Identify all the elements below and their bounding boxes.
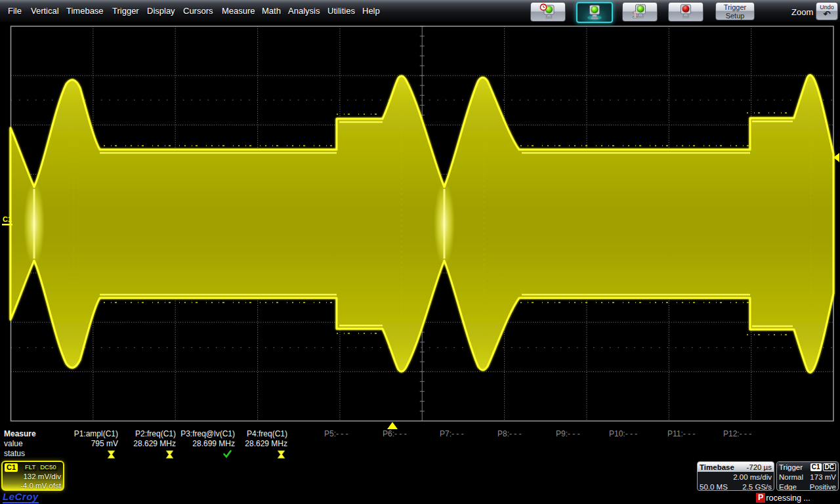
measure-p2-value: 28.629 MHz [122, 439, 176, 448]
timebase-delay: -720 µs [746, 463, 772, 471]
measure-p4-value: 28.629 MHz [231, 439, 287, 448]
measure-p12-label[interactable]: P12:- - - [723, 429, 751, 438]
measure-p2-label[interactable]: P2:freq(C1) [122, 429, 176, 438]
measure-p3-value: 28.699 MHz [172, 439, 235, 448]
trigger-title: Trigger [779, 463, 803, 471]
oscilloscope-screen: File Vertical Timebase Trigger Display C… [0, 0, 840, 504]
timebase-samples: 50.0 MS [700, 483, 728, 491]
waist-glow-center [434, 182, 455, 266]
trigger-source-badge: C1 [810, 463, 822, 471]
channel-offset-value: -4.0 mV ofst [5, 481, 61, 490]
trigger-mode: Normal [779, 473, 803, 481]
measure-title: Measure [4, 429, 36, 438]
trigger-coupling-badge: DC [823, 463, 836, 471]
waveform-display: C1 [0, 0, 840, 504]
channel-name-badge: C1 [5, 463, 18, 472]
timebase-scale: 2.00 ms/div [733, 473, 772, 481]
timebase-title: Timebase [700, 463, 734, 471]
trigger-level: 173 mV [810, 473, 836, 481]
p3-status-check-icon [223, 450, 232, 458]
channel-filter-badge: FLT [24, 463, 37, 471]
measure-value-label: value [4, 439, 23, 448]
trigger-time-marker[interactable] [387, 422, 398, 429]
measure-p9-label[interactable]: P9:- - - [556, 429, 580, 438]
trigger-slope: Positive [810, 483, 836, 491]
measure-p7-label[interactable]: P7:- - - [440, 429, 464, 438]
measure-p4-label[interactable]: P4:freq(C1) [231, 429, 287, 438]
waveform-envelope [10, 75, 833, 373]
measure-p5-label[interactable]: P5:- - - [324, 429, 348, 438]
channel-c1-descriptor[interactable]: C1 FLT DC50 132 mV/div -4.0 mV ofst [1, 461, 64, 491]
p1-status-hourglass-icon [107, 450, 116, 459]
measure-p8-label[interactable]: P8:- - - [497, 429, 522, 438]
trigger-type: Edge [779, 483, 797, 491]
trigger-descriptor[interactable]: Trigger C1 DC Normal 173 mV Edge Positiv… [776, 461, 839, 491]
channel-coupling-badge: DC50 [39, 463, 57, 471]
processing-indicator-badge: P [756, 493, 765, 503]
processing-status: P rocessing ... [756, 493, 810, 503]
measure-p3-label[interactable]: P3:freq@lv(C1) [172, 429, 235, 438]
channel-offset-label[interactable]: C1 [3, 215, 12, 223]
channel-offset-underline [2, 224, 12, 226]
measure-p1-label[interactable]: P1:ampl(C1) [64, 429, 118, 438]
timebase-descriptor[interactable]: Timebase -720 µs 2.00 ms/div 50.0 MS 2.5… [697, 461, 774, 491]
timebase-rate: 2.5 GS/s [742, 483, 772, 491]
measure-p1-value: 795 mV [64, 439, 118, 448]
channel-volts-per-div: 132 mV/div [5, 472, 61, 481]
measure-status-label: status [4, 449, 25, 458]
measure-p6-label[interactable]: P6:- - - [383, 429, 407, 438]
p4-status-hourglass-icon [277, 450, 285, 459]
processing-text: rocessing ... [766, 494, 810, 503]
measure-p11-label[interactable]: P11:- - - [667, 429, 695, 438]
p2-status-hourglass-icon [165, 450, 174, 459]
waist-glow-left [24, 182, 45, 266]
measure-p10-label[interactable]: P10:- - - [609, 429, 637, 438]
lecroy-logo: LeCroy [3, 492, 39, 503]
